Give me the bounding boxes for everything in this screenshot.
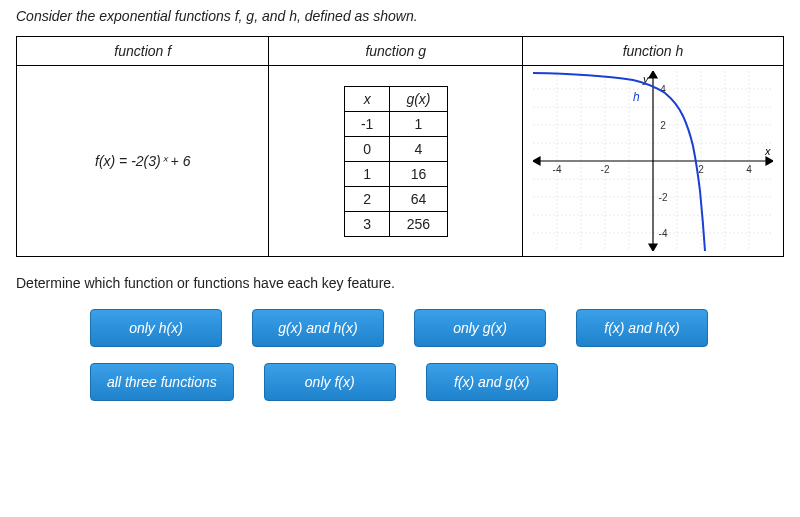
table-row: 3256 xyxy=(344,211,447,236)
x-tick: 4 xyxy=(746,164,752,175)
g-col-x: x xyxy=(344,86,389,111)
table-row: 264 xyxy=(344,186,447,211)
table-row: 116 xyxy=(344,161,447,186)
table-row: -11 xyxy=(344,111,447,136)
x-tick: -4 xyxy=(553,164,562,175)
g-col-gx: g(x) xyxy=(390,86,447,111)
tile-only-f[interactable]: only f(x) xyxy=(264,363,396,401)
svg-marker-20 xyxy=(649,71,657,78)
x-tick: -2 xyxy=(601,164,610,175)
tile-only-h[interactable]: only h(x) xyxy=(90,309,222,347)
answer-tiles: only h(x) g(x) and h(x) only g(x) f(x) a… xyxy=(0,305,800,421)
y-tick: -4 xyxy=(659,228,668,239)
question-text: Determine which function or functions ha… xyxy=(0,261,800,305)
curve-label: h xyxy=(633,90,640,104)
svg-marker-19 xyxy=(533,157,540,165)
axis-x-label: x xyxy=(764,145,771,157)
y-tick: 2 xyxy=(660,120,666,131)
table-row: 04 xyxy=(344,136,447,161)
function-g-table: x g(x) -11 04 116 264 3256 xyxy=(344,86,448,237)
tile-only-g[interactable]: only g(x) xyxy=(414,309,546,347)
tile-f-and-g[interactable]: f(x) and g(x) xyxy=(426,363,558,401)
function-h-graph: -4 -2 2 4 4 2 -2 -4 x y h xyxy=(533,71,773,251)
prompt-text: Consider the exponential functions f, g,… xyxy=(0,0,800,32)
y-tick: -2 xyxy=(659,192,668,203)
svg-marker-21 xyxy=(649,244,657,251)
svg-marker-18 xyxy=(766,157,773,165)
tile-f-and-h[interactable]: f(x) and h(x) xyxy=(576,309,708,347)
tile-g-and-h[interactable]: g(x) and h(x) xyxy=(252,309,384,347)
x-tick: 2 xyxy=(698,164,704,175)
tile-all-three[interactable]: all three functions xyxy=(90,363,234,401)
curve-h xyxy=(533,73,705,251)
header-h: function h xyxy=(522,37,783,66)
header-g: function g xyxy=(269,37,523,66)
function-f-formula: f(x) = -2(3)ˣ + 6 xyxy=(95,153,190,169)
header-f: function f xyxy=(17,37,269,66)
functions-table: function f function g function h f(x) = … xyxy=(16,36,784,257)
